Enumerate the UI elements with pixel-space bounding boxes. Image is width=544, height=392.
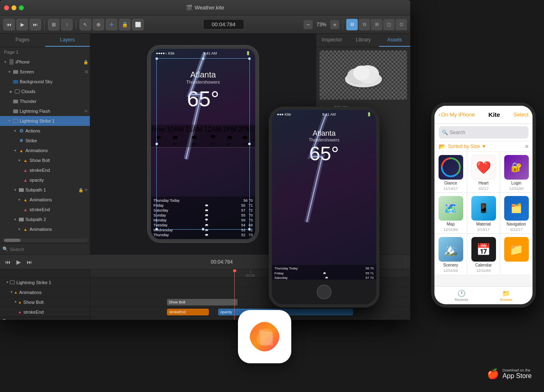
home-button-1[interactable] xyxy=(317,285,331,299)
window-title: 🎬 Weather.kite xyxy=(186,5,224,11)
fast-forward-button[interactable]: ⏭ xyxy=(30,19,41,30)
layer-lightning-flash[interactable]: Lightning Flash 👁 xyxy=(0,106,90,116)
ios-file-calendar[interactable]: 📅 Calendar 12/31/69 xyxy=(467,234,500,274)
handle-bc[interactable] xyxy=(202,228,204,230)
layer-screen[interactable]: ▼ Screen ⊟ xyxy=(0,67,90,77)
ios-file-scenery[interactable]: 🏔️ Scenery 12/31/69 xyxy=(434,234,467,274)
layer-stroke-end[interactable]: ▲ strokeEnd xyxy=(0,165,90,175)
title-icon: 🎬 xyxy=(186,5,192,11)
appstore-badge[interactable]: 🍎 Download on the App Store xyxy=(487,368,532,380)
bar-stroke-end[interactable]: strokeEnd xyxy=(167,309,208,315)
layer-iphone[interactable]: ▼ iPhone 🔒 xyxy=(0,57,90,67)
timeline-layer-ls1-label: Lightning Strike 1 xyxy=(16,280,51,285)
layout-button[interactable]: ⊞ xyxy=(48,19,59,30)
play-button[interactable]: ▶ xyxy=(16,19,28,30)
layer-actions[interactable]: ▼ ⚙ Actions xyxy=(0,126,90,136)
handle-tr[interactable] xyxy=(248,57,251,60)
close-button[interactable] xyxy=(4,5,9,10)
layer-background-sky[interactable]: Background Sky xyxy=(0,77,90,87)
eye-icon[interactable]: 👁 xyxy=(84,109,88,114)
ios-file-navigation[interactable]: 🗂️ Navigation 6/22/17 xyxy=(500,193,533,233)
ios-back-button[interactable]: ‹ On My iPhone xyxy=(439,112,475,118)
zoom-out-button[interactable]: − xyxy=(304,20,313,29)
handle-tl[interactable] xyxy=(155,57,158,60)
ios-tab-browse[interactable]: 📁 Browse xyxy=(500,289,512,302)
view-canvas-button[interactable]: ⊞ xyxy=(371,19,382,30)
selection-handles xyxy=(156,58,250,230)
chevron-icon: ▼ xyxy=(7,70,11,74)
ios-search-field[interactable]: 🔍 Search xyxy=(439,126,528,139)
handle-mr[interactable] xyxy=(248,143,251,145)
view-inspector-button[interactable]: ⊟ xyxy=(346,19,358,30)
screen-badge: ⊟ xyxy=(85,70,88,74)
timeline-layer-show-bolt[interactable]: ▼ ▲ Show Bolt xyxy=(0,297,90,307)
pan-tool[interactable]: ✛ xyxy=(106,19,117,30)
timeline-layer-animations[interactable]: ▼ ▲ Animations xyxy=(0,287,90,297)
handle-ml[interactable] xyxy=(155,143,158,145)
timeline-fast-forward-button[interactable]: ⏭ xyxy=(25,259,34,265)
layer-stroke-end-2[interactable]: ▲ strokeEnd xyxy=(0,205,90,214)
layer-subpath-1[interactable]: ▼ Subpath 1 🔒 👁 xyxy=(0,185,90,195)
pointer-tool[interactable]: ↖ xyxy=(80,19,91,30)
zoom-in-button[interactable]: + xyxy=(330,20,339,29)
chevron-icon: ▼ xyxy=(13,188,17,192)
layer-animations-3[interactable]: ▼ ▲ Animations xyxy=(0,224,90,234)
ios-file-glance[interactable]: Glance 11/14/17 xyxy=(434,152,467,192)
lock-tool[interactable]: 🔒 xyxy=(119,19,130,30)
layer-subpath-1-label: Subpath 1 xyxy=(25,187,77,192)
timeline-play-button[interactable]: ▶ xyxy=(15,259,23,265)
bar-show-bolt[interactable]: Show Bolt xyxy=(167,299,238,305)
layer-opacity[interactable]: ▲ opacity xyxy=(0,175,90,185)
glance-icon xyxy=(441,157,461,178)
ios-tab-recents[interactable]: 🕐 Recents xyxy=(455,289,468,302)
ios-file-map[interactable]: 🗺️ Map 12/31/69 xyxy=(434,193,467,233)
layer-clouds[interactable]: ▶ Clouds xyxy=(0,87,90,96)
layer-opacity-label: opacity xyxy=(30,178,88,182)
layer-lightning-flash-label: Lightning Flash xyxy=(20,109,83,114)
scrollbar-thumb[interactable] xyxy=(4,239,21,242)
zoom-tool[interactable]: ⊕ xyxy=(93,19,104,30)
ios-file-login[interactable]: 🔐 Login 12/31/69 xyxy=(500,152,533,192)
timeline-layer-anim-label: Animations xyxy=(19,290,41,295)
layer-strike[interactable]: ❄ Strike xyxy=(0,136,90,146)
tab-pages[interactable]: Pages xyxy=(0,34,45,47)
handle-bl[interactable] xyxy=(155,228,158,230)
handle-br[interactable] xyxy=(248,228,251,230)
subpath-icon xyxy=(18,216,25,223)
heart-name: Heart xyxy=(478,181,488,185)
export-button[interactable]: ↑ xyxy=(61,19,73,30)
ios-select-button[interactable]: Select xyxy=(514,112,528,118)
ios-file-orange[interactable]: 📁 xyxy=(500,234,533,274)
timeline-rewind-button[interactable]: ⏮ xyxy=(3,259,12,265)
layer-animations-2[interactable]: ▼ ▲ Animations xyxy=(0,195,90,205)
layer-animations[interactable]: ▼ ▲ Animations xyxy=(0,146,90,155)
minimize-button[interactable] xyxy=(11,5,16,10)
playhead[interactable] xyxy=(234,269,235,320)
view-right-button[interactable]: ⊡ xyxy=(395,19,407,30)
tab-assets[interactable]: Assets xyxy=(379,34,410,47)
view-timeline-button[interactable]: ⊟ xyxy=(359,19,370,30)
ios-file-material[interactable]: 📱 Material 2/23/17 xyxy=(467,193,500,233)
handle-tc[interactable] xyxy=(202,57,204,60)
scenery-emoji: 🏔️ xyxy=(443,243,458,256)
crop-tool[interactable]: ⬜ xyxy=(132,19,144,30)
layer-thunder[interactable]: Thunder xyxy=(0,96,90,106)
tab-library[interactable]: Library xyxy=(347,34,379,47)
scrollbar-track[interactable] xyxy=(2,239,87,242)
view-left-button[interactable]: ◫ xyxy=(383,19,395,30)
ios-sort-label[interactable]: Sorted by Size ▼ xyxy=(448,144,523,149)
fullscreen-button[interactable] xyxy=(19,5,24,10)
layer-stroke-end-3[interactable]: ▲ strokeEnd xyxy=(0,234,90,237)
tab-inspector[interactable]: Inspector xyxy=(316,34,347,47)
ios-grid-toggle[interactable]: ≡ xyxy=(525,143,528,150)
eye-icon[interactable]: 👁 xyxy=(84,188,88,192)
tab-layers[interactable]: Layers xyxy=(45,34,90,47)
rewind-button[interactable]: ⏮ xyxy=(3,19,15,30)
ios-file-heart[interactable]: ❤️ Heart 3/2/17 xyxy=(467,152,500,192)
timeline-layer-stroke-end[interactable]: ▲ strokeEnd xyxy=(0,307,90,317)
layer-show-bolt[interactable]: ▼ ▲ Show Bolt xyxy=(0,155,90,165)
layer-subpath-2[interactable]: ▼ Subpath 2 xyxy=(0,214,90,224)
timeline-layer-lightning-strike[interactable]: ▼ Lightning Strike 1 xyxy=(0,278,90,287)
search-input[interactable] xyxy=(10,247,87,252)
layer-lightning-strike-1[interactable]: ▼ Lightning Strike 1 xyxy=(0,116,90,126)
